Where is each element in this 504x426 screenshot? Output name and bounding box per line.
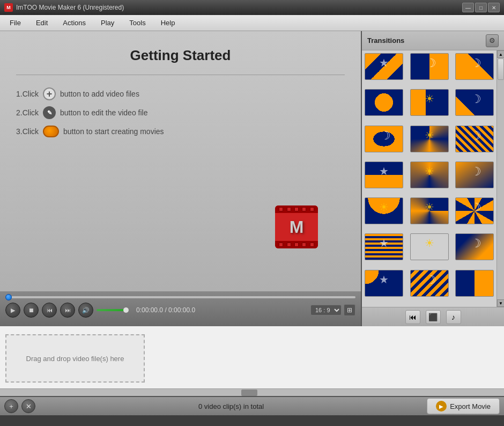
- instruction-3: 3.Click button to start creating movies: [16, 123, 345, 140]
- inst-num-3: 3.Click: [16, 123, 39, 140]
- menu-file[interactable]: File: [2, 17, 28, 29]
- film-hole: [294, 207, 299, 211]
- volume-button[interactable]: 🔊: [78, 303, 93, 318]
- transition-thumb[interactable]: [455, 89, 494, 116]
- transition-thumb[interactable]: [455, 233, 494, 260]
- film-hole: [310, 243, 314, 247]
- scroll-thumb[interactable]: [498, 58, 504, 80]
- close-button[interactable]: ✕: [488, 3, 500, 12]
- transitions-title: Transitions: [367, 36, 404, 45]
- minimize-button[interactable]: —: [462, 3, 474, 12]
- film-hole: [279, 243, 283, 247]
- menu-play[interactable]: Play: [93, 17, 122, 29]
- film-hole: [310, 207, 314, 211]
- film-hole: [287, 207, 291, 211]
- app-icon-label: M: [6, 5, 11, 10]
- menu-actions[interactable]: Actions: [55, 17, 93, 29]
- transition-thumb[interactable]: [365, 126, 403, 152]
- edit-button-demo: ✎: [43, 106, 56, 119]
- timeline-inner: Drag and drop video file(s) here: [0, 326, 504, 388]
- transition-thumb[interactable]: [455, 197, 494, 224]
- transition-thumb[interactable]: [410, 270, 449, 297]
- transition-thumb[interactable]: [410, 233, 449, 260]
- transitions-toolbar: ⏮ ⬛ ♪: [362, 307, 504, 326]
- inst-num-1: 1.Click: [16, 86, 39, 102]
- transition-thumb[interactable]: [410, 126, 449, 152]
- expand-button[interactable]: ⊞: [344, 304, 355, 316]
- seek-bar[interactable]: [5, 296, 355, 298]
- transition-thumb[interactable]: [365, 197, 403, 224]
- transition-thumb[interactable]: [455, 270, 494, 297]
- maximize-button[interactable]: □: [475, 3, 487, 12]
- volume-handle[interactable]: [123, 307, 129, 313]
- transition-thumb[interactable]: [455, 161, 494, 188]
- menu-help[interactable]: Help: [153, 17, 183, 29]
- hscroll-thumb[interactable]: [241, 390, 257, 396]
- playback-bar: ▶ ⏹ ⏮ ⏭ 🔊 0:00:00.0 / 0:00:00.0 16 : 9 4…: [0, 291, 361, 326]
- remove-clip-button[interactable]: ✕: [21, 399, 35, 413]
- instruction-1: 1.Click + button to add video files: [16, 86, 345, 102]
- titlebar: M ImTOO Movie Maker 6 (Unregistered) — □…: [0, 0, 504, 15]
- prev-frame-button[interactable]: ⏮: [42, 303, 57, 318]
- transitions-grid-wrapper: ▲ ▼: [362, 50, 504, 307]
- movie-letter: M: [290, 217, 304, 237]
- app-icon: M: [4, 3, 13, 12]
- transitions-header: Transitions ⚙: [362, 31, 504, 50]
- menu-edit[interactable]: Edit: [28, 17, 55, 29]
- transition-thumb[interactable]: [365, 161, 403, 188]
- inst-num-2: 2.Click: [16, 105, 39, 121]
- seek-handle[interactable]: [5, 294, 12, 300]
- getting-started-title: Getting Started: [130, 47, 231, 64]
- scroll-down-arrow[interactable]: ▼: [497, 299, 504, 307]
- time-display: 0:00:00.0 / 0:00:00.0: [136, 306, 195, 314]
- drop-zone-text: Drag and drop video file(s) here: [26, 355, 124, 363]
- transition-thumb[interactable]: [365, 53, 403, 80]
- add-clip-button[interactable]: +: [4, 399, 18, 413]
- scroll-up-arrow[interactable]: ▲: [497, 50, 504, 58]
- controls-row: ▶ ⏹ ⏮ ⏭ 🔊 0:00:00.0 / 0:00:00.0 16 : 9 4…: [5, 303, 355, 318]
- transition-tool-btn-1[interactable]: ⏮: [405, 310, 420, 324]
- aspect-dropdown[interactable]: 16 : 9 4 : 3: [310, 305, 342, 315]
- next-frame-button[interactable]: ⏭: [60, 303, 75, 318]
- film-hole: [302, 207, 306, 211]
- aspect-selector: 16 : 9 4 : 3 ⊞: [310, 304, 355, 316]
- create-button-demo: [43, 126, 59, 137]
- film-strip-bottom: [275, 241, 318, 248]
- transitions-settings-button[interactable]: ⚙: [486, 34, 499, 47]
- menu-tools[interactable]: Tools: [122, 17, 153, 29]
- transition-thumb[interactable]: [410, 89, 449, 116]
- stop-button[interactable]: ⏹: [24, 303, 39, 318]
- transition-thumb[interactable]: [365, 270, 403, 297]
- transition-thumb[interactable]: [410, 53, 449, 80]
- transition-thumb[interactable]: [455, 53, 494, 80]
- transition-tool-btn-3[interactable]: ♪: [446, 310, 461, 324]
- play-button[interactable]: ▶: [5, 303, 20, 318]
- transition-thumb[interactable]: [410, 197, 449, 224]
- drop-zone[interactable]: Drag and drop video file(s) here: [5, 334, 145, 383]
- export-movie-button[interactable]: ▶ Export Movie: [427, 398, 500, 414]
- seek-bar-container: [5, 294, 355, 300]
- transition-thumb[interactable]: [410, 161, 449, 188]
- bottom-bar: + ✕ 0 video clip(s) in total ▶ Export Mo…: [0, 396, 504, 415]
- menubar: File Edit Actions Play Tools Help: [0, 15, 504, 31]
- inst-text-1: button to add video files: [60, 86, 139, 102]
- transition-thumb[interactable]: [365, 233, 403, 260]
- transition-tool-btn-2[interactable]: ⬛: [426, 310, 441, 324]
- export-icon: ▶: [436, 401, 447, 412]
- titlebar-left: M ImTOO Movie Maker 6 (Unregistered): [4, 3, 124, 12]
- transitions-grid: [362, 50, 504, 307]
- transition-thumb[interactable]: [455, 126, 494, 152]
- titlebar-buttons: — □ ✕: [462, 3, 500, 12]
- volume-bar[interactable]: [97, 309, 129, 311]
- main-content: Getting Started 1.Click + button to add …: [0, 31, 504, 326]
- app-title: ImTOO Movie Maker 6 (Unregistered): [16, 4, 124, 11]
- film-hole: [302, 243, 306, 247]
- inst-text-3: button to start creating movies: [63, 123, 164, 140]
- transitions-panel: Transitions ⚙: [362, 31, 504, 326]
- movie-icon-container: M: [275, 205, 318, 248]
- timeline-horizontal-scrollbar[interactable]: [0, 388, 504, 396]
- film-hole: [294, 243, 299, 247]
- film-strip-top: [275, 205, 318, 213]
- preview-area: Getting Started 1.Click + button to add …: [0, 31, 362, 326]
- transition-thumb[interactable]: [365, 89, 403, 116]
